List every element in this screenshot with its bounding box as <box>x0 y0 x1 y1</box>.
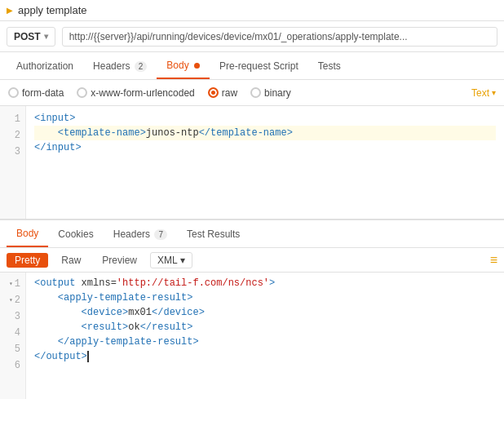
title-arrow-icon: ▶ <box>7 6 13 15</box>
fold-arrow-1[interactable]: ▾ <box>9 277 13 291</box>
response-tab-test-results[interactable]: Test Results <box>177 222 250 246</box>
tab-body[interactable]: Body <box>157 53 210 79</box>
method-chevron-icon: ▾ <box>44 32 48 41</box>
text-format-chevron-icon: ▾ <box>492 88 496 97</box>
resp-line-num-5: 5 <box>0 341 25 357</box>
raw-label: raw <box>222 87 237 99</box>
resp-line-num-6: 6 <box>0 357 25 374</box>
xml-chevron-icon: ▾ <box>180 255 185 266</box>
url-input[interactable] <box>62 27 497 47</box>
request-body-editor[interactable]: 1 2 3 <input> <template-name>junos-ntp</… <box>0 106 504 220</box>
tab-pre-request-script[interactable]: Pre-request Script <box>210 54 308 78</box>
method-selector[interactable]: POST ▾ <box>7 27 55 47</box>
resp-line-num-2: ▾2 <box>0 292 25 308</box>
code-line-2: <template-name>junos-ntp</template-name> <box>34 126 496 140</box>
response-tab-cookies[interactable]: Cookies <box>48 222 103 246</box>
response-body-content: ▾1 ▾2 3 4 5 6 <output xmlns='http://tail… <box>0 273 504 399</box>
response-tab-headers[interactable]: Headers 7 <box>104 222 177 246</box>
raw-option[interactable]: raw <box>208 87 237 99</box>
form-data-radio[interactable] <box>8 87 19 98</box>
response-tabs: Body Cookies Headers 7 Test Results <box>0 220 504 248</box>
tab-headers[interactable]: Headers 2 <box>83 54 157 78</box>
body-options: form-data x-www-form-urlencoded raw bina… <box>0 80 504 106</box>
resp-line-4: <result>ok</result> <box>34 320 496 335</box>
text-format-selector[interactable]: Text ▾ <box>471 87 496 99</box>
url-bar: POST ▾ <box>0 21 504 52</box>
page-title: apply template <box>18 4 87 16</box>
resp-line-3: <device>mx01</device> <box>34 305 496 320</box>
response-code-text: <output xmlns='http://tail-f.com/ns/ncs'… <box>26 273 504 399</box>
resp-line-6: </output> <box>34 349 496 364</box>
form-data-label: form-data <box>22 87 64 99</box>
url-encoded-radio[interactable] <box>77 87 87 98</box>
resp-line-num-4: 4 <box>0 325 25 341</box>
code-content[interactable]: <input> <template-name>junos-ntp</templa… <box>26 106 504 219</box>
response-line-numbers: ▾1 ▾2 3 4 5 6 <box>0 273 26 399</box>
resp-line-num-1: ▾1 <box>0 276 25 292</box>
request-tabs: Authorization Headers 2 Body Pre-request… <box>0 52 504 80</box>
response-headers-badge: 7 <box>154 229 167 240</box>
title-bar: ▶ apply template <box>0 0 504 21</box>
code-line-3: </input> <box>34 140 496 155</box>
preview-button[interactable]: Preview <box>94 253 145 268</box>
response-tab-body[interactable]: Body <box>7 221 48 247</box>
url-encoded-label: x-www-form-urlencoded <box>91 87 194 99</box>
text-format-label: Text <box>471 87 489 99</box>
form-data-option[interactable]: form-data <box>8 87 64 99</box>
binary-option[interactable]: binary <box>250 87 291 99</box>
response-format-bar: Pretty Raw Preview XML ▾ ≡ <box>0 248 504 273</box>
tab-tests[interactable]: Tests <box>308 54 351 78</box>
sort-icon[interactable]: ≡ <box>490 253 497 268</box>
url-encoded-option[interactable]: x-www-form-urlencoded <box>77 87 194 99</box>
resp-line-5: </apply-template-result> <box>34 335 496 349</box>
cursor <box>87 351 89 362</box>
pretty-button[interactable]: Pretty <box>7 253 48 268</box>
binary-radio[interactable] <box>250 87 261 98</box>
binary-label: binary <box>264 87 291 99</box>
resp-line-num-3: 3 <box>0 308 25 325</box>
body-dot <box>194 63 200 69</box>
fold-arrow-2[interactable]: ▾ <box>9 293 13 308</box>
method-label: POST <box>14 31 41 42</box>
xml-format-dropdown[interactable]: XML ▾ <box>150 252 192 268</box>
resp-line-1: <output xmlns='http://tail-f.com/ns/ncs'… <box>34 276 496 290</box>
raw-button[interactable]: Raw <box>53 253 89 268</box>
tab-authorization[interactable]: Authorization <box>7 54 83 78</box>
line-numbers: 1 2 3 <box>0 106 26 219</box>
code-line-1: <input> <box>34 111 496 126</box>
resp-line-2: <apply-template-result> <box>34 290 496 305</box>
xml-label: XML <box>157 255 178 266</box>
raw-radio[interactable] <box>208 87 219 98</box>
response-section: Body Cookies Headers 7 Test Results Pret… <box>0 220 504 399</box>
headers-badge: 2 <box>135 61 148 72</box>
